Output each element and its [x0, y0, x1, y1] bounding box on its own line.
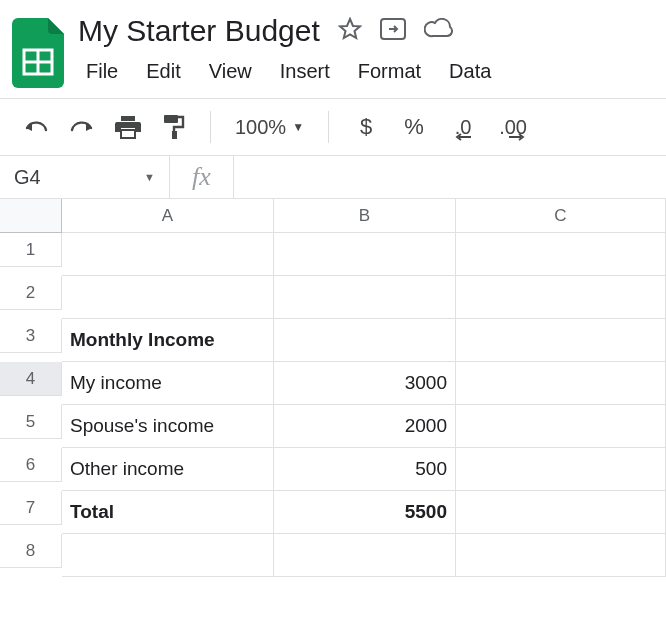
cell-a7[interactable]: Total [62, 491, 274, 534]
cell-a2[interactable] [62, 276, 274, 319]
zoom-dropdown[interactable]: 100% ▼ [227, 116, 312, 139]
menu-format[interactable]: Format [346, 56, 433, 87]
row-header[interactable]: 3 [0, 319, 62, 353]
cell-b5[interactable]: 2000 [274, 405, 456, 448]
name-box[interactable]: G4 ▼ [0, 156, 170, 198]
row-header[interactable]: 7 [0, 491, 62, 525]
format-currency-button[interactable]: $ [345, 114, 387, 140]
svg-rect-7 [121, 130, 135, 138]
column-header-c[interactable]: C [456, 199, 666, 233]
fx-icon: fx [170, 156, 234, 198]
cloud-status-icon[interactable] [424, 18, 454, 44]
cell-c2[interactable] [456, 276, 666, 319]
name-box-value: G4 [14, 166, 41, 189]
paint-format-button[interactable] [154, 107, 194, 147]
row-header[interactable]: 8 [0, 534, 62, 568]
svg-rect-9 [164, 115, 178, 123]
cell-c1[interactable] [456, 233, 666, 276]
menu-data[interactable]: Data [437, 56, 503, 87]
toolbar: 100% ▼ $ % .0 .00 [0, 99, 666, 155]
cell-b8[interactable] [274, 534, 456, 577]
row-header[interactable]: 6 [0, 448, 62, 482]
formula-bar-input[interactable] [234, 156, 666, 198]
menu-edit[interactable]: Edit [134, 56, 192, 87]
column-header-b[interactable]: B [274, 199, 456, 233]
cell-b3[interactable] [274, 319, 456, 362]
caret-down-icon: ▼ [144, 171, 155, 183]
cell-a3[interactable]: Monthly Income [62, 319, 274, 362]
menu-view[interactable]: View [197, 56, 264, 87]
menu-bar: File Edit View Insert Format Data [74, 56, 666, 87]
sheets-app-icon[interactable] [12, 18, 64, 88]
column-header-a[interactable]: A [62, 199, 274, 233]
cell-b7[interactable]: 5500 [274, 491, 456, 534]
cell-c3[interactable] [456, 319, 666, 362]
move-icon[interactable] [380, 18, 406, 44]
cell-a4[interactable]: My income [62, 362, 274, 405]
format-percent-button[interactable]: % [393, 114, 435, 140]
decrease-decimal-button[interactable]: .0 [441, 116, 485, 139]
cell-a5[interactable]: Spouse's income [62, 405, 274, 448]
svg-rect-10 [172, 131, 177, 139]
row-header[interactable]: 4 [0, 362, 62, 396]
cell-c7[interactable] [456, 491, 666, 534]
cell-b2[interactable] [274, 276, 456, 319]
document-title[interactable]: My Starter Budget [74, 12, 324, 50]
row-header[interactable]: 5 [0, 405, 62, 439]
cell-b4[interactable]: 3000 [274, 362, 456, 405]
svg-rect-5 [121, 116, 135, 121]
spreadsheet-grid: A B C 1 2 3 Monthly Income 4 My income 3… [0, 199, 666, 577]
cell-c5[interactable] [456, 405, 666, 448]
row-header[interactable]: 1 [0, 233, 62, 267]
zoom-value: 100% [235, 116, 286, 139]
menu-file[interactable]: File [74, 56, 130, 87]
svg-marker-3 [340, 19, 360, 38]
menu-insert[interactable]: Insert [268, 56, 342, 87]
cell-c8[interactable] [456, 534, 666, 577]
cell-b6[interactable]: 500 [274, 448, 456, 491]
cell-c4[interactable] [456, 362, 666, 405]
cell-a8[interactable] [62, 534, 274, 577]
row-header[interactable]: 2 [0, 276, 62, 310]
caret-down-icon: ▼ [292, 120, 304, 134]
cell-c6[interactable] [456, 448, 666, 491]
cell-b1[interactable] [274, 233, 456, 276]
star-icon[interactable] [338, 17, 362, 45]
cell-a6[interactable]: Other income [62, 448, 274, 491]
increase-decimal-button[interactable]: .00 [491, 116, 535, 139]
print-button[interactable] [108, 107, 148, 147]
cell-a1[interactable] [62, 233, 274, 276]
undo-button[interactable] [16, 107, 56, 147]
redo-button[interactable] [62, 107, 102, 147]
select-all-corner[interactable] [0, 199, 62, 233]
